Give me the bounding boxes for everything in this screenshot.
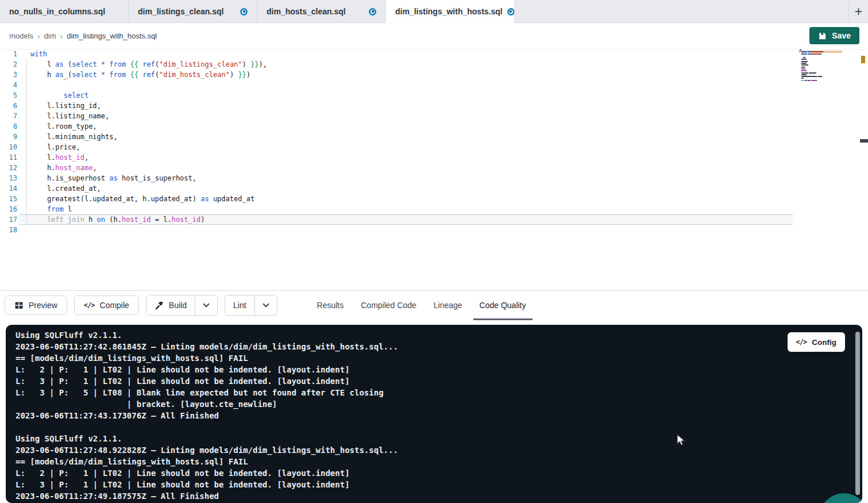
terminal-line: 2023-06-06T11:27:49.187575Z — All Finish… bbox=[16, 490, 839, 502]
ruler-warning-marker bbox=[861, 56, 865, 63]
code-text: l.room_type, bbox=[17, 121, 97, 132]
tab-bar: no_nulls_in_columns.sqldim_listings_clea… bbox=[0, 0, 868, 23]
chevron-down-icon bbox=[202, 301, 210, 309]
terminal-line: Using SQLFluff v2.1.1. bbox=[16, 329, 839, 341]
ruler-cursor-marker bbox=[860, 139, 868, 143]
breadcrumb-item[interactable]: models bbox=[9, 32, 33, 40]
file-tab-label: dim_hosts_clean.sql bbox=[267, 7, 346, 16]
code-text: h.host_name, bbox=[17, 163, 97, 173]
minimap-line bbox=[800, 80, 840, 81]
code-line-12[interactable]: 12 h.host_name, bbox=[0, 163, 868, 173]
minimap[interactable] bbox=[798, 49, 840, 290]
code-line-1[interactable]: 1with bbox=[0, 49, 868, 59]
code-brackets-icon: </> bbox=[796, 338, 807, 346]
build-label: Build bbox=[169, 301, 187, 310]
line-number: 15 bbox=[0, 194, 17, 204]
minimap-line bbox=[800, 82, 840, 83]
code-text: h.is_superhost as host_is_superhost, bbox=[17, 173, 196, 183]
build-button[interactable]: Build bbox=[146, 295, 195, 315]
build-split-button: Build bbox=[146, 295, 218, 316]
code-line-18[interactable]: 18 bbox=[0, 225, 868, 235]
code-text bbox=[17, 80, 30, 90]
code-text: from l bbox=[17, 204, 72, 214]
terminal-panel: Using SQLFluff v2.1.1.2023-06-06T11:27:4… bbox=[6, 325, 862, 503]
code-line-7[interactable]: 7 l.listing_name, bbox=[0, 111, 868, 121]
minimap-line bbox=[800, 61, 840, 62]
terminal-line: 2023-06-06T11:27:42.861845Z — Linting mo… bbox=[16, 341, 839, 352]
code-line-9[interactable]: 9 l.minimum_nights, bbox=[0, 132, 868, 142]
overview-ruler[interactable] bbox=[859, 49, 868, 290]
config-label: Config bbox=[812, 338, 836, 347]
minimap-line bbox=[800, 72, 840, 74]
code-editor[interactable]: 1with2 l as (select * from {{ ref("dim_l… bbox=[0, 49, 868, 290]
preview-button[interactable]: Preview bbox=[5, 295, 67, 315]
code-text: left join h on (h.host_id = l.host_id) bbox=[17, 214, 205, 225]
floppy-disk-icon bbox=[818, 32, 827, 40]
unsaved-changes-icon bbox=[369, 8, 376, 16]
terminal-line: L: 2 | P: 1 | LT02 | Line should not be … bbox=[16, 364, 839, 375]
panel-tab-results[interactable]: Results bbox=[308, 291, 353, 320]
minimap-line bbox=[800, 59, 840, 60]
terminal-output: Using SQLFluff v2.1.1.2023-06-06T11:27:4… bbox=[16, 329, 839, 502]
code-line-16[interactable]: 16 from l bbox=[0, 204, 868, 214]
line-number: 11 bbox=[0, 152, 17, 163]
code-line-15[interactable]: 15 greatest(l.updated_at, h.updated_at) … bbox=[0, 194, 868, 204]
new-tab-button[interactable]: + bbox=[848, 0, 868, 23]
lint-button[interactable]: Lint bbox=[225, 295, 254, 315]
terminal-line: L: 3 | P: 5 | LT08 | Blank line expected… bbox=[16, 387, 839, 398]
file-tab-label: dim_listings_clean.sql bbox=[138, 7, 223, 16]
breadcrumb-item[interactable]: dim bbox=[44, 32, 56, 40]
minimap-line bbox=[800, 49, 840, 51]
line-number: 3 bbox=[0, 70, 17, 80]
minimap-content bbox=[800, 49, 840, 83]
build-dropdown-button[interactable] bbox=[195, 295, 217, 315]
code-line-4[interactable]: 4 bbox=[0, 80, 868, 90]
line-number: 17 bbox=[0, 214, 17, 225]
breadcrumb-item[interactable]: dim_listings_with_hosts.sql bbox=[67, 32, 157, 40]
save-button[interactable]: Save bbox=[809, 27, 859, 44]
line-number: 5 bbox=[0, 90, 17, 101]
file-tab-no_nulls_in_columns.sql[interactable]: no_nulls_in_columns.sql bbox=[0, 0, 129, 23]
file-tab-label: no_nulls_in_columns.sql bbox=[9, 7, 105, 16]
panel-tab-lineage[interactable]: Lineage bbox=[425, 291, 471, 320]
code-text: l as (select * from {{ ref("dim_listings… bbox=[17, 59, 267, 70]
hammer-icon bbox=[155, 301, 164, 310]
code-line-6[interactable]: 6 l.listing_id, bbox=[0, 101, 868, 111]
terminal-scrollbar[interactable] bbox=[855, 332, 860, 495]
minimap-line bbox=[800, 68, 840, 70]
code-line-11[interactable]: 11 l.host_id, bbox=[0, 152, 868, 163]
terminal-line: == [models/dim/dim_listings_with_hosts.s… bbox=[16, 352, 839, 364]
code-text bbox=[17, 225, 30, 235]
config-button[interactable]: </> Config bbox=[788, 332, 845, 352]
minimap-line bbox=[800, 55, 840, 56]
file-tab-dim_listings_with_hosts.sql[interactable]: dim_listings_with_hosts.sql bbox=[386, 0, 515, 23]
lint-label: Lint bbox=[233, 301, 246, 310]
terminal-line: | bracket. [layout.cte_newline] bbox=[16, 398, 839, 410]
line-number: 7 bbox=[0, 111, 17, 121]
file-tab-dim_hosts_clean.sql[interactable]: dim_hosts_clean.sql bbox=[257, 0, 386, 23]
code-brackets-icon: </> bbox=[84, 301, 95, 309]
code-line-17[interactable]: 17 left join h on (h.host_id = l.host_id… bbox=[0, 214, 868, 225]
line-number: 16 bbox=[0, 204, 17, 214]
code-line-10[interactable]: 10 l.price, bbox=[0, 142, 868, 152]
file-tab-dim_listings_clean.sql[interactable]: dim_listings_clean.sql bbox=[129, 0, 257, 23]
file-tab-label: dim_listings_with_hosts.sql bbox=[395, 7, 503, 16]
breadcrumb-separator-icon: › bbox=[37, 32, 40, 41]
panel-tab-compiled-code[interactable]: Compiled Code bbox=[352, 291, 425, 320]
code-line-13[interactable]: 13 h.is_superhost as host_is_superhost, bbox=[0, 173, 868, 183]
panel-tab-code-quality[interactable]: Code Quality bbox=[471, 291, 535, 320]
code-text: l.host_id, bbox=[17, 152, 88, 163]
code-line-8[interactable]: 8 l.room_type, bbox=[0, 121, 868, 132]
code-line-14[interactable]: 14 l.created_at, bbox=[0, 183, 868, 194]
code-line-2[interactable]: 2 l as (select * from {{ ref("dim_listin… bbox=[0, 59, 868, 70]
line-number: 8 bbox=[0, 121, 17, 132]
code-line-5[interactable]: 5 select bbox=[0, 90, 868, 101]
code-line-3[interactable]: 3 h as (select * from {{ ref("dim_hosts_… bbox=[0, 70, 868, 80]
code-text: l.listing_name, bbox=[17, 111, 109, 121]
unsaved-changes-icon bbox=[240, 8, 248, 16]
lint-dropdown-button[interactable] bbox=[254, 295, 277, 315]
editor-toolbar: Preview </> Compile Build Lint bbox=[0, 290, 868, 320]
code-text: l.price, bbox=[17, 142, 80, 152]
compile-button[interactable]: </> Compile bbox=[74, 295, 139, 315]
terminal-line: L: 3 | P: 1 | LT02 | Line should not be … bbox=[16, 375, 839, 387]
